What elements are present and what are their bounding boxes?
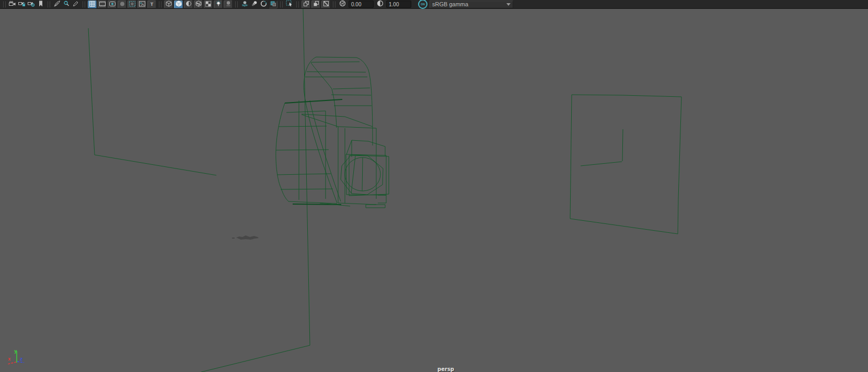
smooth-shade-mode-button[interactable] [174, 1, 183, 8]
safe-title-icon: T [151, 2, 154, 7]
grease-pencil-button[interactable] [72, 1, 80, 8]
textured-mode-button[interactable] [194, 1, 203, 8]
safe-action-button[interactable] [137, 1, 146, 8]
ground-line-left[interactable] [88, 28, 216, 175]
exposure-button[interactable] [338, 1, 346, 8]
overlap-squares-icon [270, 0, 276, 9]
anti-aliasing-button[interactable] [259, 1, 268, 8]
wireframe-on-shaded-button[interactable] [204, 1, 213, 8]
camera-name-label: persp [437, 366, 454, 372]
on-toggle-label: ON [421, 3, 425, 6]
axis-label-x: x [8, 356, 11, 362]
panel-toolbar: T [0, 0, 868, 9]
grid-icon [89, 0, 95, 9]
marquee-cursor-icon [286, 0, 293, 9]
toolbar-grip[interactable] [48, 2, 50, 7]
slashed-square-icon [323, 0, 329, 9]
resolution-gate-button[interactable] [108, 1, 117, 8]
camera-lock-icon [18, 0, 26, 9]
gamma-field[interactable] [386, 1, 411, 8]
film-gate-button[interactable] [98, 1, 107, 8]
isolate-add-selected-button[interactable] [302, 1, 310, 8]
lighting-button[interactable] [214, 1, 223, 8]
field-chart-button[interactable] [128, 1, 136, 8]
mask-circle-icon [119, 0, 125, 9]
shadow-sphere-icon [225, 0, 232, 9]
two-squares-filled-icon [313, 0, 319, 9]
select-camera-button[interactable] [8, 1, 17, 8]
contrast-button[interactable] [376, 1, 384, 8]
contrast-icon [377, 0, 384, 9]
exposure-field[interactable] [349, 1, 374, 8]
pan-zoom-icon [63, 0, 70, 9]
shadows-button[interactable] [224, 1, 233, 8]
toolbar-grip[interactable] [235, 2, 238, 7]
toolbar-grip[interactable] [296, 2, 299, 7]
lock-camera-button[interactable] [18, 1, 26, 8]
grid-toggle-button[interactable] [88, 1, 97, 8]
half-sphere-icon [186, 0, 192, 9]
isolate-remove-selected-button[interactable] [311, 1, 320, 8]
resolution-gate-icon [109, 0, 115, 9]
camera-icon [9, 0, 16, 9]
toolbar-grip[interactable] [83, 2, 85, 7]
safe-title-button[interactable]: T [147, 1, 156, 8]
two-squares-outline-icon [303, 0, 309, 9]
light-bulb-icon [215, 0, 222, 9]
screen-space-ao-button[interactable] [240, 1, 249, 8]
camera-attributes-button[interactable] [27, 1, 36, 8]
safe-action-icon [139, 0, 145, 9]
wireframe-mode-button[interactable] [164, 1, 173, 8]
image-plane-button[interactable] [53, 1, 61, 8]
camera-gear-icon [28, 0, 35, 9]
color-management-toggle[interactable]: ON [418, 0, 427, 9]
view-transform-value: sRGB gamma [432, 1, 468, 7]
view-transform-dropdown[interactable]: sRGB gamma [430, 1, 513, 8]
motion-blur-button[interactable] [250, 1, 258, 8]
pan-zoom-2d-button[interactable] [62, 1, 71, 8]
viewport-canvas[interactable]: y x z [0, 0, 868, 372]
toolbar-grip[interactable] [333, 2, 335, 7]
use-default-material-button[interactable] [184, 1, 193, 8]
axis-label-y: y [14, 348, 17, 354]
film-strip-icon [99, 0, 106, 9]
isolate-clear-button[interactable] [321, 1, 330, 8]
wireframe-cube-icon [166, 0, 172, 9]
dashed-circle-icon [260, 0, 267, 9]
toolbar-grip[interactable] [159, 2, 161, 7]
checker-icon [205, 0, 211, 9]
shaded-cube-icon [176, 0, 182, 9]
maya-viewport-window: y x z persp [0, 0, 868, 372]
sphere-waves-icon [241, 0, 248, 9]
aperture-icon [339, 0, 346, 9]
field-chart-icon [129, 0, 135, 9]
axis-label-z: z [20, 356, 22, 362]
depth-of-field-button[interactable] [269, 1, 277, 8]
axis-gizmo: y x z [7, 348, 24, 364]
image-plane-wireframe[interactable] [570, 95, 681, 234]
shadow-blob [232, 235, 259, 240]
chevron-down-icon [506, 3, 511, 6]
textured-cube-icon [195, 0, 202, 9]
gate-mask-button[interactable] [118, 1, 126, 8]
motion-blur-icon [251, 0, 258, 9]
toolbar-grip[interactable] [3, 2, 6, 7]
pencil-icon [73, 0, 79, 9]
bookmark-icon [38, 0, 43, 9]
toolbar-grip[interactable] [280, 2, 283, 7]
camera-wireframe[interactable] [276, 57, 389, 208]
isolate-select-button[interactable] [285, 1, 294, 8]
feather-icon [54, 0, 61, 9]
camera-bookmarks-button[interactable] [37, 1, 45, 8]
ground-line-center[interactable] [201, 9, 310, 372]
